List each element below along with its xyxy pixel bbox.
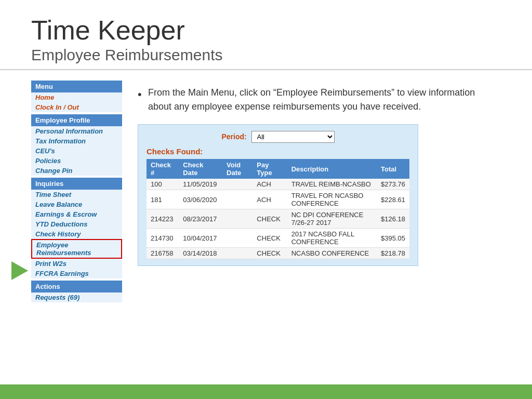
sidebar-menu-header: Menu	[31, 81, 122, 92]
cell-0: 214730	[147, 229, 179, 248]
cell-1: 03/14/2018	[179, 248, 222, 259]
cell-5: $395.05	[377, 229, 409, 248]
cell-5: $126.18	[377, 209, 409, 229]
table-row: 21675803/14/2018CHECKNCASBO CONFERENCE$2…	[147, 248, 409, 259]
period-row: Period: All	[147, 131, 409, 143]
sidebar-actions-section: Requests (69)	[31, 292, 122, 302]
period-select[interactable]: All	[251, 131, 335, 143]
sidebar-item-personal-info[interactable]: Personal Information	[31, 126, 122, 136]
table-row: 21473010/04/2017CHECK2017 NCASBO FALL CO…	[147, 229, 409, 248]
sidebar-item-requests[interactable]: Requests (69)	[31, 292, 122, 302]
instruction-text: From the Main Menu, click on “Employee R…	[138, 86, 501, 114]
table-row: 21422308/23/2017CHECKNC DPI CONFERENCE 7…	[147, 209, 409, 229]
sidebar-item-policies[interactable]: Policies	[31, 156, 122, 166]
sidebar-item-ytd-deductions[interactable]: YTD Deductions	[31, 219, 122, 229]
sidebar-inquiries-section: Time Sheet Leave Balance Earnings & Escr…	[31, 190, 122, 278]
cell-4: 2017 NCASBO FALL CONFERENCE	[287, 229, 377, 248]
col-void-date: Void Date	[222, 159, 252, 179]
cell-4: NC DPI CONFERENCE 7/26-27 2017	[287, 209, 377, 229]
arrow-indicator	[11, 261, 28, 280]
table-header: Check # Check Date Void Date Pay Type De…	[147, 159, 409, 179]
col-check-num: Check #	[147, 159, 179, 179]
reimbursements-table: Check # Check Date Void Date Pay Type De…	[147, 159, 409, 259]
page-subtitle: Employee Reimbursements	[31, 46, 501, 64]
cell-3: ACH	[252, 190, 287, 209]
cell-1: 11/05/2019	[179, 179, 222, 190]
cell-0: 214223	[147, 209, 179, 229]
col-total: Total	[377, 159, 409, 179]
slide-container: Time Keeper Employee Reimbursements Menu…	[0, 0, 532, 399]
sidebar-item-earnings-escrow[interactable]: Earnings & Escrow	[31, 209, 122, 219]
cell-5: $228.61	[377, 190, 409, 209]
sidebar-item-home[interactable]: Home	[31, 92, 122, 102]
sidebar-item-ceus[interactable]: CEU's	[31, 146, 122, 156]
cell-2	[222, 229, 252, 248]
table-row: 10011/05/2019ACHTRAVEL REIMB-NCASBO$273.…	[147, 179, 409, 190]
cell-1: 03/06/2020	[179, 190, 222, 209]
sidebar-actions-header: Actions	[31, 281, 122, 292]
checks-found-label: Checks Found:	[147, 147, 409, 156]
col-pay-type: Pay Type	[252, 159, 287, 179]
sidebar-profile-section: Personal Information Tax Information CEU…	[31, 126, 122, 176]
content-area: Menu Home Clock In / Out Employee Profil…	[0, 70, 532, 384]
cell-4: NCASBO CONFERENCE	[287, 248, 377, 259]
sidebar: Menu Home Clock In / Out Employee Profil…	[31, 81, 122, 384]
table-body: 10011/05/2019ACHTRAVEL REIMB-NCASBO$273.…	[147, 179, 409, 259]
cell-5: $218.78	[377, 248, 409, 259]
page-title: Time Keeper	[31, 16, 501, 45]
col-description: Description	[287, 159, 377, 179]
sidebar-item-check-history[interactable]: Check History	[31, 229, 122, 239]
sidebar-item-ffcra-earnings[interactable]: FFCRA Earnings	[31, 269, 122, 278]
cell-2	[222, 190, 252, 209]
sidebar-item-tax-info[interactable]: Tax Information	[31, 136, 122, 146]
sidebar-inquiries-header: Inquiries	[31, 178, 122, 190]
main-content: From the Main Menu, click on “Employee R…	[122, 81, 511, 384]
cell-3: CHECK	[252, 229, 287, 248]
sidebar-item-leave-balance[interactable]: Leave Balance	[31, 200, 122, 209]
cell-3: ACH	[252, 179, 287, 190]
bottom-bar	[0, 384, 532, 399]
sidebar-item-timesheet[interactable]: Time Sheet	[31, 190, 122, 200]
period-label: Period:	[221, 132, 246, 141]
cell-0: 181	[147, 190, 179, 209]
sidebar-top-section: Home Clock In / Out	[31, 92, 122, 112]
cell-2	[222, 179, 252, 190]
cell-5: $273.76	[377, 179, 409, 190]
cell-2	[222, 209, 252, 229]
cell-1: 08/23/2017	[179, 209, 222, 229]
app-panel: Period: All Checks Found: Check # Check …	[138, 124, 418, 266]
sidebar-item-clockin[interactable]: Clock In / Out	[31, 102, 122, 112]
cell-2	[222, 248, 252, 259]
header-area: Time Keeper Employee Reimbursements	[0, 0, 532, 70]
sidebar-item-change-pin[interactable]: Change Pin	[31, 166, 122, 176]
cell-4: TRAVEL FOR NCASBO CONFERENCE	[287, 190, 377, 209]
sidebar-item-print-w2s[interactable]: Print W2s	[31, 259, 122, 269]
cell-0: 100	[147, 179, 179, 190]
table-row: 18103/06/2020ACHTRAVEL FOR NCASBO CONFER…	[147, 190, 409, 209]
cell-3: CHECK	[252, 248, 287, 259]
cell-1: 10/04/2017	[179, 229, 222, 248]
cell-4: TRAVEL REIMB-NCASBO	[287, 179, 377, 190]
arrow-right-icon	[11, 261, 28, 280]
col-check-date: Check Date	[179, 159, 222, 179]
sidebar-employee-profile-header: Employee Profile	[31, 114, 122, 126]
cell-3: CHECK	[252, 209, 287, 229]
sidebar-item-employee-reimbursements[interactable]: EmployeeReimbursements	[31, 239, 122, 259]
cell-0: 216758	[147, 248, 179, 259]
